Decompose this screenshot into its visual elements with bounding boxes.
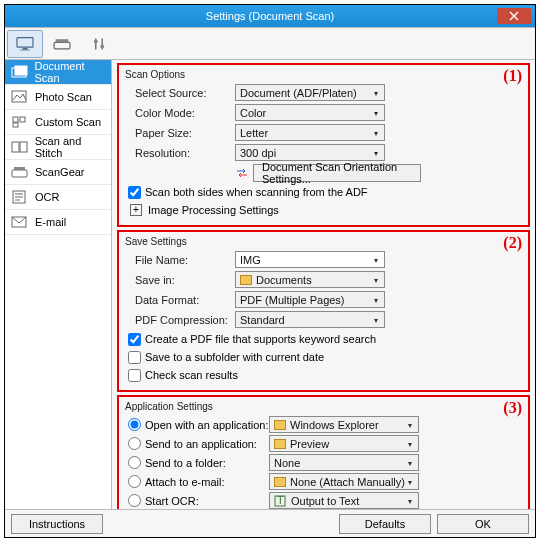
resolution-dropdown[interactable]: 300 dpi▾ (235, 144, 385, 161)
folder-icon (274, 439, 286, 449)
svg-text:T: T (277, 495, 284, 506)
paper-size-label: Paper Size: (125, 127, 235, 139)
annotation-1: (1) (503, 67, 522, 85)
chevron-down-icon: ▾ (370, 294, 382, 306)
settings-window: Settings (Document Scan) Document Scan (4, 4, 536, 538)
data-format-label: Data Format: (125, 294, 235, 306)
ok-button[interactable]: OK (437, 514, 529, 534)
footer: Instructions Defaults OK (5, 509, 535, 537)
svg-rect-16 (20, 142, 27, 152)
orientation-settings-button[interactable]: Document Scan Orientation Settings... (253, 164, 421, 182)
sidebar-item-email[interactable]: E-mail (5, 210, 111, 235)
save-settings-group: (2) Save Settings File Name: IMG▾ Save i… (117, 230, 530, 392)
scangear-icon (9, 164, 31, 180)
scanner-icon (52, 36, 72, 52)
color-mode-dropdown[interactable]: Color▾ (235, 104, 385, 121)
check-results-label: Check scan results (145, 369, 238, 381)
send-to-folder-label: Send to a folder: (145, 457, 269, 469)
image-processing-label: Image Processing Settings (148, 204, 279, 216)
instructions-button[interactable]: Instructions (11, 514, 103, 534)
sidebar-item-scan-and-stitch[interactable]: Scan and Stitch (5, 135, 111, 160)
open-with-application-radio[interactable] (128, 418, 141, 431)
pdf-compression-label: PDF Compression: (125, 314, 235, 326)
select-source-label: Select Source: (125, 87, 235, 99)
svg-point-7 (94, 40, 98, 44)
create-pdf-keyword-label: Create a PDF file that supports keyword … (145, 333, 376, 345)
sidebar-item-photo-scan[interactable]: Photo Scan (5, 85, 111, 110)
svg-rect-17 (12, 170, 27, 177)
open-with-dropdown[interactable]: Windows Explorer▾ (269, 416, 419, 433)
send-to-folder-radio[interactable] (128, 456, 141, 469)
chevron-down-icon: ▾ (370, 147, 382, 159)
close-button[interactable] (497, 8, 531, 24)
check-results-checkbox[interactable] (128, 369, 141, 382)
save-in-dropdown[interactable]: Documents▾ (235, 271, 385, 288)
chevron-down-icon: ▾ (404, 419, 416, 431)
svg-rect-3 (54, 42, 70, 48)
chevron-down-icon: ▾ (404, 438, 416, 450)
scan-options-group: (1) Scan Options Select Source: Document… (117, 63, 530, 227)
email-icon (9, 214, 31, 230)
tab-scan-from-computer[interactable] (7, 30, 43, 58)
title-bar: Settings (Document Scan) (5, 5, 535, 27)
svg-rect-10 (15, 66, 27, 75)
defaults-button[interactable]: Defaults (339, 514, 431, 534)
folder-icon (274, 420, 286, 430)
svg-rect-18 (14, 167, 25, 170)
chevron-down-icon: ▾ (370, 254, 382, 266)
pdf-compression-dropdown[interactable]: Standard▾ (235, 311, 385, 328)
sidebar: Document Scan Photo Scan Custom Scan Sca… (5, 60, 112, 509)
sidebar-item-label: ScanGear (35, 166, 85, 178)
start-ocr-radio[interactable] (128, 494, 141, 507)
attach-to-email-radio[interactable] (128, 475, 141, 488)
start-ocr-dropdown[interactable]: TOutput to Text▾ (269, 492, 419, 509)
tab-preferences[interactable] (81, 30, 117, 58)
chevron-down-icon: ▾ (404, 457, 416, 469)
sidebar-item-label: OCR (35, 191, 59, 203)
svg-rect-0 (17, 38, 33, 48)
stitch-icon (9, 139, 31, 155)
svg-rect-4 (56, 39, 69, 42)
svg-rect-1 (23, 48, 28, 50)
send-to-folder-dropdown[interactable]: None▾ (269, 454, 419, 471)
window-title: Settings (Document Scan) (206, 10, 334, 22)
save-subfolder-checkbox[interactable] (128, 351, 141, 364)
application-settings-title: Application Settings (125, 401, 522, 412)
create-pdf-keyword-checkbox[interactable] (128, 333, 141, 346)
swap-icon[interactable] (235, 167, 249, 179)
main-panel: (1) Scan Options Select Source: Document… (112, 60, 535, 509)
color-mode-label: Color Mode: (125, 107, 235, 119)
file-name-input[interactable]: IMG▾ (235, 251, 385, 268)
application-settings-group: (3) Application Settings Open with an ap… (117, 395, 530, 509)
ocr-icon (9, 189, 31, 205)
annotation-2: (2) (503, 234, 522, 252)
sidebar-item-ocr[interactable]: OCR (5, 185, 111, 210)
sidebar-item-document-scan[interactable]: Document Scan (5, 60, 111, 85)
chevron-down-icon: ▾ (370, 274, 382, 286)
scan-both-sides-checkbox[interactable] (128, 186, 141, 199)
photo-scan-icon (9, 89, 31, 105)
send-to-application-radio[interactable] (128, 437, 141, 450)
select-source-dropdown[interactable]: Document (ADF/Platen)▾ (235, 84, 385, 101)
paper-size-dropdown[interactable]: Letter▾ (235, 124, 385, 141)
sidebar-item-scangear[interactable]: ScanGear (5, 160, 111, 185)
attach-to-email-dropdown[interactable]: None (Attach Manually)▾ (269, 473, 419, 490)
sidebar-item-custom-scan[interactable]: Custom Scan (5, 110, 111, 135)
chevron-down-icon: ▾ (370, 127, 382, 139)
start-ocr-label: Start OCR: (145, 495, 269, 507)
send-to-application-dropdown[interactable]: Preview▾ (269, 435, 419, 452)
svg-rect-15 (12, 142, 19, 152)
folder-icon (240, 275, 252, 285)
expand-image-processing[interactable]: + (130, 204, 142, 216)
save-settings-title: Save Settings (125, 236, 522, 247)
data-format-dropdown[interactable]: PDF (Multiple Pages)▾ (235, 291, 385, 308)
text-icon: T (274, 495, 288, 507)
scan-both-sides-label: Scan both sides when scanning from the A… (145, 186, 368, 198)
monitor-icon (15, 36, 35, 52)
attach-to-email-label: Attach to e-mail: (145, 476, 269, 488)
svg-rect-14 (13, 123, 18, 127)
svg-rect-2 (20, 50, 30, 51)
file-name-label: File Name: (125, 254, 235, 266)
sidebar-item-label: Scan and Stitch (35, 135, 111, 159)
tab-scan-from-panel[interactable] (44, 30, 80, 58)
